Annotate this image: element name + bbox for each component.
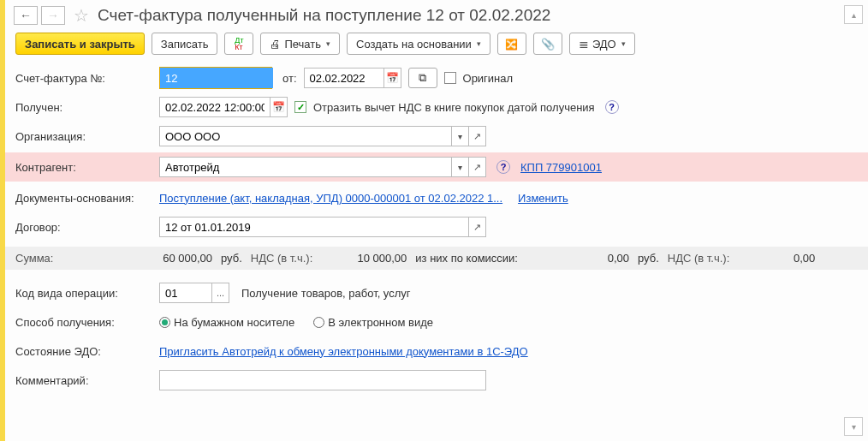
chevron-down-icon: ▾ bbox=[326, 39, 330, 48]
opcode-desc: Получение товаров, работ, услуг bbox=[241, 287, 411, 300]
method-label: Способ получения: bbox=[15, 316, 152, 329]
original-checkbox[interactable] bbox=[444, 72, 456, 84]
scroll-down-icon[interactable]: ▾ bbox=[844, 417, 863, 436]
radio-icon bbox=[313, 317, 324, 328]
method-electronic-label: В электронном виде bbox=[328, 316, 433, 329]
edo-label: ЭДО bbox=[592, 38, 616, 51]
sum-value: 60 000,00 bbox=[110, 252, 212, 265]
radio-selected-icon bbox=[159, 317, 170, 328]
comment-label: Комментарий: bbox=[15, 374, 152, 387]
vat-reflect-checkbox[interactable]: ✓ bbox=[294, 101, 306, 113]
write-label: Записать bbox=[161, 38, 209, 51]
nav-back-button[interactable]: ← bbox=[14, 6, 38, 25]
write-and-close-button[interactable]: Записать и закрыть bbox=[15, 33, 145, 55]
dropdown-icon[interactable] bbox=[452, 157, 469, 177]
rub-label-2: руб. bbox=[638, 252, 659, 265]
vat2-value: 0,00 bbox=[729, 252, 815, 265]
select-dots-icon[interactable] bbox=[212, 283, 229, 303]
dtkt-icon: ДтКт bbox=[235, 37, 243, 51]
basis-docs-label: Документы-основания: bbox=[15, 192, 152, 205]
change-link[interactable]: Изменить bbox=[518, 192, 568, 205]
comment-input[interactable] bbox=[159, 370, 486, 390]
vat2-label: НДС (в т.ч.): bbox=[668, 252, 730, 265]
organization-label: Организация: bbox=[15, 130, 152, 143]
organization-input[interactable] bbox=[159, 126, 452, 146]
kpp-link[interactable]: КПП 779901001 bbox=[520, 161, 602, 174]
invoice-date-input[interactable] bbox=[304, 68, 384, 88]
create-based-label: Создать на основании bbox=[356, 38, 472, 51]
invoice-number-label: Счет-фактура №: bbox=[15, 72, 152, 85]
create-based-on-button[interactable]: Создать на основании▾ bbox=[347, 33, 490, 55]
contragent-label: Контрагент: bbox=[15, 161, 152, 174]
basis-doc-link[interactable]: Поступление (акт, накладная, УПД) 0000-0… bbox=[159, 192, 502, 205]
method-paper-radio[interactable]: На бумажном носителе bbox=[159, 316, 294, 329]
open-icon[interactable] bbox=[469, 157, 486, 177]
sum-label: Сумма: bbox=[15, 252, 110, 265]
write-and-close-label: Записать и закрыть bbox=[25, 38, 135, 51]
edo-state-label: Состояние ЭДО: bbox=[15, 345, 152, 358]
help-icon[interactable]: ? bbox=[496, 160, 510, 174]
help-icon[interactable]: ? bbox=[605, 100, 619, 114]
edo-icon bbox=[579, 37, 589, 51]
print-label: Печать bbox=[284, 38, 321, 51]
contract-input[interactable] bbox=[159, 217, 469, 237]
dropdown-icon[interactable] bbox=[452, 126, 469, 146]
summary-bar: Сумма: 60 000,00 руб. НДС (в т.ч.): 10 0… bbox=[5, 247, 868, 270]
commission-value: 0,00 bbox=[526, 252, 629, 265]
calendar-icon[interactable] bbox=[271, 97, 288, 117]
method-paper-label: На бумажном носителе bbox=[174, 316, 294, 329]
open-icon[interactable] bbox=[469, 126, 486, 146]
original-label: Оригинал bbox=[463, 72, 514, 85]
vat-label: НДС (в т.ч.): bbox=[251, 252, 313, 265]
favorite-star-icon[interactable]: ☆ bbox=[74, 5, 89, 26]
vat-reflect-label: Отразить вычет НДС в книге покупок датой… bbox=[313, 101, 595, 114]
vat-value: 10 000,00 bbox=[312, 252, 407, 265]
contragent-input[interactable] bbox=[159, 157, 452, 177]
printer-icon bbox=[270, 38, 281, 51]
contract-label: Договор: bbox=[15, 221, 152, 234]
attachments-button[interactable] bbox=[533, 33, 562, 55]
open-icon[interactable] bbox=[469, 217, 486, 237]
chevron-down-icon: ▾ bbox=[477, 39, 481, 48]
method-electronic-radio[interactable]: В электронном виде bbox=[313, 316, 433, 329]
opcode-input[interactable] bbox=[159, 283, 212, 303]
invoice-number-input[interactable] bbox=[160, 68, 273, 88]
scroll-up-icon[interactable]: ▴ bbox=[844, 5, 863, 24]
edo-button[interactable]: ЭДО▾ bbox=[569, 33, 635, 55]
scan-button[interactable]: ⧉ bbox=[408, 68, 437, 88]
write-button[interactable]: Записать bbox=[152, 33, 218, 55]
rub-label: руб. bbox=[221, 252, 242, 265]
calendar-icon[interactable] bbox=[384, 68, 401, 88]
received-input[interactable] bbox=[159, 97, 271, 117]
received-label: Получен: bbox=[15, 101, 152, 114]
from-label: от: bbox=[282, 72, 297, 85]
clip-icon bbox=[541, 38, 555, 51]
dt-kt-button[interactable]: ДтКт bbox=[224, 33, 253, 55]
opcode-label: Код вида операции: bbox=[15, 287, 152, 300]
chevron-down-icon: ▾ bbox=[621, 39, 626, 48]
edo-state-link[interactable]: Пригласить Автотрейд к обмену электронны… bbox=[159, 345, 528, 358]
nav-forward-button[interactable]: → bbox=[41, 6, 65, 25]
commission-label: из них по комиссии: bbox=[415, 252, 518, 265]
page-title: Счет-фактура полученный на поступление 1… bbox=[98, 6, 550, 25]
struct-icon bbox=[505, 38, 518, 51]
print-button[interactable]: Печать▾ bbox=[260, 33, 340, 55]
structure-button[interactable] bbox=[497, 33, 526, 55]
